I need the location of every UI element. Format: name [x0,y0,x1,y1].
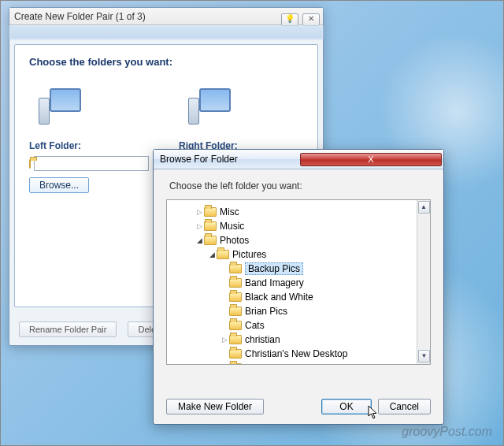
close-button[interactable]: ✕ [302,13,320,26]
folder-icon [204,236,217,245]
folder-icon [229,349,242,359]
wizard-titlebar: Create New Folder Pair (1 of 3) 💡 ✕ [9,8,323,25]
scroll-down-button[interactable]: ▼ [418,350,430,362]
tree-item-label: Music [220,221,244,232]
left-folder-input[interactable] [34,156,149,171]
tree-item[interactable]: Band Imagery [172,276,428,290]
folder-icon [204,207,217,217]
tree-item-label: Black and White [245,292,313,303]
rename-folder-pair-button[interactable]: Rename Folder Pair [19,321,117,337]
folder-icon [229,321,242,330]
folder-icon [229,292,242,302]
tree-item[interactable]: Brian Pics [172,304,428,318]
tree-item[interactable]: ▷Misc [172,205,428,219]
browse-left-button[interactable]: Browse... [29,177,89,193]
tree-item[interactable]: Cats [172,318,428,333]
cancel-button[interactable]: Cancel [378,399,431,414]
watermark-text: groovyPost.com [402,425,492,439]
toolbar-blur [9,25,323,39]
tree-item-label: Misc [220,206,239,217]
close-icon[interactable]: X [300,153,442,166]
tree-item[interactable]: ▷Music [172,219,428,233]
computer-icon [188,87,239,132]
tree-item[interactable]: Christian's New Desktop [172,347,428,361]
left-folder-column: Left Folder: Browse... [29,87,147,193]
chevron-right-icon[interactable]: ▷ [195,208,203,216]
ok-button[interactable]: OK [321,399,371,414]
tree-item[interactable]: ◢Pictures [172,247,428,262]
chevron-down-icon[interactable]: ◢ [195,236,203,244]
dialog-titlebar: Browse For Folder X [154,150,443,169]
left-folder-label: Left Folder: [29,140,147,151]
tree-item-label: CLINT [245,362,272,365]
tree-item[interactable]: ◢Photos [172,233,428,247]
browse-folder-dialog: Browse For Folder X Choose the left fold… [153,149,444,425]
folder-icon [29,159,31,169]
tree-item-label: christian [245,334,280,345]
scroll-up-button[interactable]: ▲ [418,201,430,214]
tree-item[interactable]: Backup Pics [172,262,428,276]
folder-icon [229,278,242,288]
folder-tree[interactable]: ▷Misc▷Music◢Photos◢PicturesBackup PicsBa… [166,199,431,365]
tree-item-label: Christian's New Desktop [245,348,347,359]
dialog-title-text: Browse For Folder [160,154,300,165]
dialog-instruction: Choose the left folder you want: [154,169,443,199]
hint-button[interactable]: 💡 [281,13,298,26]
tree-item[interactable]: CLINT [172,361,428,365]
folder-icon [229,335,242,344]
folder-icon [204,221,217,231]
chevron-right-icon[interactable]: ▷ [195,222,203,230]
wizard-heading: Choose the folders you want: [29,56,303,68]
make-new-folder-button[interactable]: Make New Folder [166,399,264,414]
tree-item-label: Cats [245,320,265,331]
folder-icon [229,264,242,273]
chevron-down-icon[interactable]: ◢ [208,251,216,258]
tree-item-label: Pictures [232,249,266,260]
tree-item-label: Photos [220,235,249,246]
wizard-title-text: Create New Folder Pair (1 of 3) [14,11,146,22]
tree-item-label: Brian Pics [245,306,287,317]
tree-item-label: Backup Pics [245,262,303,275]
scrollbar[interactable]: ▲ ▼ [417,200,430,364]
folder-icon [229,307,242,316]
folder-icon [217,250,229,259]
tree-item[interactable]: Black and White [172,290,428,304]
computer-icon [39,87,89,132]
folder-icon [229,363,242,365]
tree-item[interactable]: ▷christian [172,333,428,347]
chevron-right-icon[interactable]: ▷ [220,336,228,344]
tree-item-label: Band Imagery [245,277,304,288]
